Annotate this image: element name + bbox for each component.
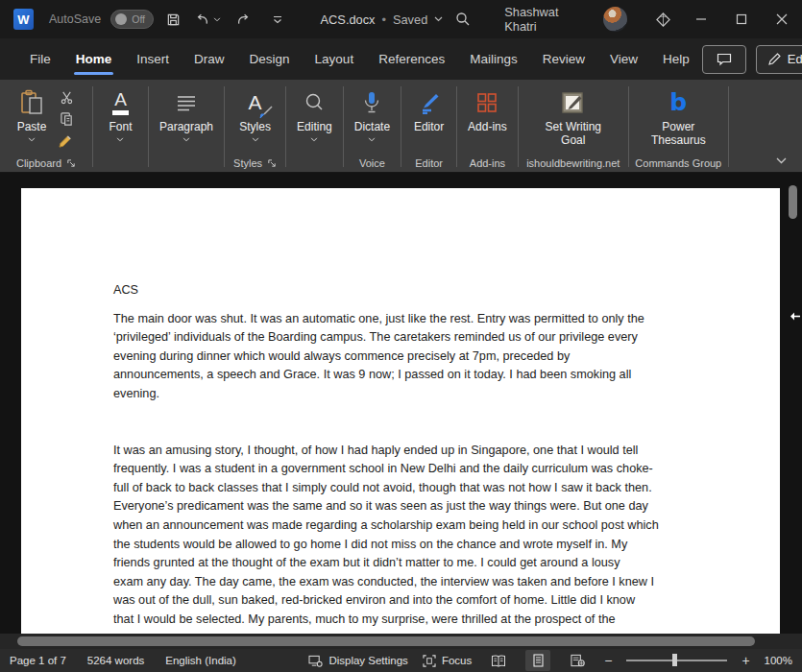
dialog-launcher-icon[interactable] [267, 158, 277, 168]
vertical-scrollbar-thumb[interactable] [789, 185, 797, 219]
set-writing-goal-button[interactable]: Set Writing Goal [533, 84, 614, 150]
save-button[interactable] [159, 4, 188, 35]
format-painter-button[interactable] [56, 132, 77, 150]
horizontal-scrollbar-thumb[interactable] [17, 636, 755, 646]
maximize-button[interactable] [721, 0, 762, 38]
power-thesaurus-button[interactable]: b Power Thesaurus [641, 84, 716, 150]
document-title[interactable]: ACS.docx • Saved [321, 12, 444, 27]
zoom-out-button[interactable]: − [604, 654, 612, 667]
chevron-down-icon [213, 17, 221, 22]
toggle-knob-icon [115, 13, 127, 25]
dictate-label: Dictate [354, 121, 390, 134]
zoom-slider-handle[interactable] [672, 654, 677, 666]
font-dropdown-button[interactable]: A Font [103, 84, 137, 145]
editor-button[interactable]: Editor [408, 84, 450, 137]
writing-goal-group-text: ishouldbewriting.net [526, 157, 620, 169]
editing-mode-label: Editing [788, 52, 802, 66]
chevron-down-icon [252, 137, 259, 142]
comments-button[interactable] [702, 45, 746, 74]
tab-file[interactable]: File [17, 38, 63, 80]
writing-goal-group-label: ishouldbewriting.net [519, 157, 628, 169]
writing-goal-icon [561, 87, 586, 118]
quick-access-overflow-button[interactable] [263, 4, 292, 35]
copy-button[interactable] [56, 110, 77, 128]
print-layout-icon [533, 654, 544, 667]
editing-dropdown-button[interactable]: Editing [291, 84, 338, 145]
tab-home[interactable]: Home [63, 38, 125, 80]
tab-review[interactable]: Review [530, 38, 597, 80]
menubar-right-cluster: Editing [702, 45, 802, 74]
voice-group: Dictate Voice [344, 80, 401, 172]
editing-mode-dropdown[interactable]: Editing [756, 45, 802, 74]
tab-draw[interactable]: Draw [182, 38, 237, 80]
word-count[interactable]: 5264 words [87, 655, 144, 666]
paste-button[interactable]: Paste [12, 84, 53, 145]
zoom-in-button[interactable]: + [741, 654, 749, 667]
web-layout-button[interactable] [565, 650, 590, 671]
avatar[interactable] [603, 7, 627, 32]
save-status: Saved [393, 12, 427, 27]
dictate-button[interactable]: Dictate [349, 84, 396, 145]
styles-group-label: Styles [225, 157, 285, 169]
tab-design[interactable]: Design [237, 38, 303, 80]
doc-line: full of back to back classes that I simp… [113, 479, 697, 498]
page-indicator[interactable]: Page 1 of 7 [10, 655, 66, 666]
minimize-button[interactable] [681, 0, 721, 38]
display-settings-label: Display Settings [328, 655, 407, 666]
word-app-icon[interactable]: W [13, 9, 34, 30]
undo-button[interactable] [194, 4, 223, 35]
chevron-down-icon [28, 137, 36, 142]
tab-help[interactable]: Help [650, 38, 702, 80]
cut-button[interactable] [56, 88, 77, 106]
doc-line: The main door was shut. It was an automa… [113, 310, 697, 329]
document-page[interactable]: ACS The main door was shut. It was an au… [21, 188, 780, 635]
autosave-toggle[interactable]: Off [110, 10, 153, 29]
save-icon [166, 12, 181, 27]
focus-button[interactable]: Focus [423, 655, 472, 667]
clipboard-group: Paste Clipboard [0, 80, 92, 172]
account-name[interactable]: Shashwat Khatri [504, 5, 590, 34]
doc-line: when an announcement was made regarding … [113, 516, 697, 536]
magnifier-icon [304, 87, 325, 118]
editing-group-collapsed: Editing [286, 80, 343, 172]
chevron-down-icon [182, 137, 190, 142]
display-settings-button[interactable]: Display Settings [308, 655, 407, 667]
doc-line: the students would be allowed to go home… [113, 536, 697, 555]
search-button[interactable] [449, 4, 477, 35]
addins-group-text: Add-ins [470, 157, 505, 169]
doc-line: evening. [113, 385, 697, 404]
writing-goal-label: Set Writing Goal [540, 121, 607, 147]
collapse-ribbon-button[interactable] [776, 157, 787, 164]
dialog-launcher-icon[interactable] [66, 158, 76, 168]
print-layout-button[interactable] [525, 650, 550, 671]
styles-button[interactable]: A Styles [233, 84, 277, 145]
maximize-icon [736, 13, 747, 25]
editor-group-label: Editor [401, 157, 456, 169]
addins-button[interactable]: Add-ins [462, 84, 513, 137]
tab-references[interactable]: References [366, 38, 457, 80]
paragraph-label: Paragraph [159, 121, 213, 134]
chevron-down-icon [116, 137, 124, 142]
tab-insert[interactable]: Insert [124, 38, 182, 80]
editor-label: Editor [414, 121, 444, 134]
language-indicator[interactable]: English (India) [165, 655, 236, 666]
zoom-slider[interactable] [626, 660, 727, 661]
tab-view[interactable]: View [597, 38, 650, 80]
paragraph-dropdown-button[interactable]: Paragraph [154, 84, 219, 145]
horizontal-scrollbar[interactable] [0, 634, 802, 649]
read-mode-button[interactable] [486, 650, 511, 671]
close-button[interactable] [762, 0, 802, 38]
tab-mailings[interactable]: Mailings [457, 38, 530, 80]
read-mode-icon [491, 655, 506, 667]
autosave-label: AutoSave [49, 12, 101, 26]
minimize-icon [695, 13, 707, 25]
diamond-icon [655, 12, 671, 28]
title-separator: • [381, 12, 385, 27]
redo-button[interactable] [229, 4, 257, 35]
statusbar-right-cluster: Display Settings Focus − + 100% [308, 650, 792, 671]
tab-layout[interactable]: Layout [303, 38, 367, 80]
zoom-level[interactable]: 100% [765, 655, 792, 666]
doc-line: announcements, a speech and Grace. It wa… [113, 366, 697, 385]
rewards-button[interactable] [648, 4, 677, 35]
power-thesaurus-icon: b [669, 87, 687, 118]
